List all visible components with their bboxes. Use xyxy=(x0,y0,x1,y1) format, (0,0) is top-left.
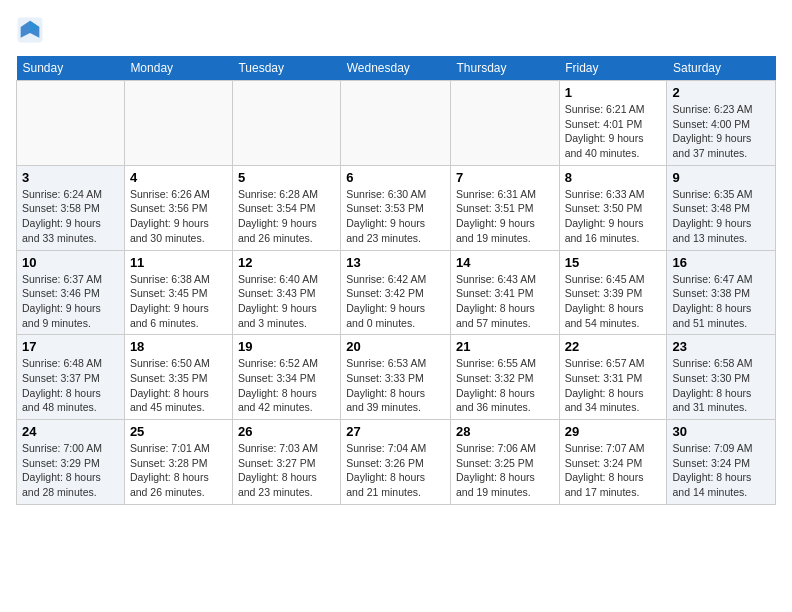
calendar-cell: 7Sunrise: 6:31 AM Sunset: 3:51 PM Daylig… xyxy=(450,165,559,250)
calendar-cell xyxy=(341,81,451,166)
day-info: Sunrise: 6:26 AM Sunset: 3:56 PM Dayligh… xyxy=(130,187,227,246)
day-info: Sunrise: 7:07 AM Sunset: 3:24 PM Dayligh… xyxy=(565,441,662,500)
calendar-cell: 3Sunrise: 6:24 AM Sunset: 3:58 PM Daylig… xyxy=(17,165,125,250)
day-number: 25 xyxy=(130,424,227,439)
calendar-cell: 10Sunrise: 6:37 AM Sunset: 3:46 PM Dayli… xyxy=(17,250,125,335)
page-header xyxy=(16,16,776,44)
logo-icon xyxy=(16,16,44,44)
weekday-header: Thursday xyxy=(450,56,559,81)
day-info: Sunrise: 6:58 AM Sunset: 3:30 PM Dayligh… xyxy=(672,356,770,415)
day-number: 3 xyxy=(22,170,119,185)
day-info: Sunrise: 6:28 AM Sunset: 3:54 PM Dayligh… xyxy=(238,187,335,246)
calendar-cell: 9Sunrise: 6:35 AM Sunset: 3:48 PM Daylig… xyxy=(667,165,776,250)
calendar-cell: 21Sunrise: 6:55 AM Sunset: 3:32 PM Dayli… xyxy=(450,335,559,420)
day-info: Sunrise: 6:40 AM Sunset: 3:43 PM Dayligh… xyxy=(238,272,335,331)
calendar-cell: 26Sunrise: 7:03 AM Sunset: 3:27 PM Dayli… xyxy=(232,420,340,505)
calendar-cell xyxy=(232,81,340,166)
day-info: Sunrise: 6:57 AM Sunset: 3:31 PM Dayligh… xyxy=(565,356,662,415)
calendar-cell: 12Sunrise: 6:40 AM Sunset: 3:43 PM Dayli… xyxy=(232,250,340,335)
calendar-cell: 25Sunrise: 7:01 AM Sunset: 3:28 PM Dayli… xyxy=(124,420,232,505)
calendar-table: SundayMondayTuesdayWednesdayThursdayFrid… xyxy=(16,56,776,505)
day-info: Sunrise: 6:21 AM Sunset: 4:01 PM Dayligh… xyxy=(565,102,662,161)
day-info: Sunrise: 6:50 AM Sunset: 3:35 PM Dayligh… xyxy=(130,356,227,415)
calendar-week-row: 24Sunrise: 7:00 AM Sunset: 3:29 PM Dayli… xyxy=(17,420,776,505)
calendar-cell: 6Sunrise: 6:30 AM Sunset: 3:53 PM Daylig… xyxy=(341,165,451,250)
day-info: Sunrise: 6:37 AM Sunset: 3:46 PM Dayligh… xyxy=(22,272,119,331)
day-info: Sunrise: 7:01 AM Sunset: 3:28 PM Dayligh… xyxy=(130,441,227,500)
calendar-cell: 11Sunrise: 6:38 AM Sunset: 3:45 PM Dayli… xyxy=(124,250,232,335)
day-number: 6 xyxy=(346,170,445,185)
calendar-cell: 29Sunrise: 7:07 AM Sunset: 3:24 PM Dayli… xyxy=(559,420,667,505)
calendar-cell: 17Sunrise: 6:48 AM Sunset: 3:37 PM Dayli… xyxy=(17,335,125,420)
day-info: Sunrise: 6:52 AM Sunset: 3:34 PM Dayligh… xyxy=(238,356,335,415)
day-info: Sunrise: 6:42 AM Sunset: 3:42 PM Dayligh… xyxy=(346,272,445,331)
day-info: Sunrise: 6:45 AM Sunset: 3:39 PM Dayligh… xyxy=(565,272,662,331)
day-info: Sunrise: 6:30 AM Sunset: 3:53 PM Dayligh… xyxy=(346,187,445,246)
day-number: 19 xyxy=(238,339,335,354)
day-info: Sunrise: 6:55 AM Sunset: 3:32 PM Dayligh… xyxy=(456,356,554,415)
calendar-cell xyxy=(17,81,125,166)
weekday-header: Monday xyxy=(124,56,232,81)
calendar-header-row: SundayMondayTuesdayWednesdayThursdayFrid… xyxy=(17,56,776,81)
day-number: 14 xyxy=(456,255,554,270)
calendar-cell: 16Sunrise: 6:47 AM Sunset: 3:38 PM Dayli… xyxy=(667,250,776,335)
day-number: 21 xyxy=(456,339,554,354)
day-number: 27 xyxy=(346,424,445,439)
weekday-header: Saturday xyxy=(667,56,776,81)
calendar-cell: 15Sunrise: 6:45 AM Sunset: 3:39 PM Dayli… xyxy=(559,250,667,335)
day-number: 9 xyxy=(672,170,770,185)
calendar-week-row: 3Sunrise: 6:24 AM Sunset: 3:58 PM Daylig… xyxy=(17,165,776,250)
day-number: 16 xyxy=(672,255,770,270)
calendar-cell: 22Sunrise: 6:57 AM Sunset: 3:31 PM Dayli… xyxy=(559,335,667,420)
day-info: Sunrise: 6:23 AM Sunset: 4:00 PM Dayligh… xyxy=(672,102,770,161)
day-number: 7 xyxy=(456,170,554,185)
calendar-week-row: 10Sunrise: 6:37 AM Sunset: 3:46 PM Dayli… xyxy=(17,250,776,335)
calendar-cell: 19Sunrise: 6:52 AM Sunset: 3:34 PM Dayli… xyxy=(232,335,340,420)
day-info: Sunrise: 6:47 AM Sunset: 3:38 PM Dayligh… xyxy=(672,272,770,331)
calendar-cell: 23Sunrise: 6:58 AM Sunset: 3:30 PM Dayli… xyxy=(667,335,776,420)
calendar-cell: 5Sunrise: 6:28 AM Sunset: 3:54 PM Daylig… xyxy=(232,165,340,250)
day-info: Sunrise: 6:43 AM Sunset: 3:41 PM Dayligh… xyxy=(456,272,554,331)
day-info: Sunrise: 6:38 AM Sunset: 3:45 PM Dayligh… xyxy=(130,272,227,331)
day-number: 24 xyxy=(22,424,119,439)
calendar-body: 1Sunrise: 6:21 AM Sunset: 4:01 PM Daylig… xyxy=(17,81,776,505)
day-number: 13 xyxy=(346,255,445,270)
calendar-cell: 20Sunrise: 6:53 AM Sunset: 3:33 PM Dayli… xyxy=(341,335,451,420)
weekday-header: Tuesday xyxy=(232,56,340,81)
day-number: 2 xyxy=(672,85,770,100)
day-info: Sunrise: 6:31 AM Sunset: 3:51 PM Dayligh… xyxy=(456,187,554,246)
day-info: Sunrise: 7:00 AM Sunset: 3:29 PM Dayligh… xyxy=(22,441,119,500)
weekday-header: Sunday xyxy=(17,56,125,81)
day-info: Sunrise: 6:35 AM Sunset: 3:48 PM Dayligh… xyxy=(672,187,770,246)
day-number: 30 xyxy=(672,424,770,439)
day-number: 22 xyxy=(565,339,662,354)
calendar-cell: 30Sunrise: 7:09 AM Sunset: 3:24 PM Dayli… xyxy=(667,420,776,505)
calendar-cell: 8Sunrise: 6:33 AM Sunset: 3:50 PM Daylig… xyxy=(559,165,667,250)
day-number: 11 xyxy=(130,255,227,270)
day-number: 26 xyxy=(238,424,335,439)
logo xyxy=(16,16,48,44)
day-number: 12 xyxy=(238,255,335,270)
day-number: 18 xyxy=(130,339,227,354)
calendar-cell: 24Sunrise: 7:00 AM Sunset: 3:29 PM Dayli… xyxy=(17,420,125,505)
calendar-cell xyxy=(450,81,559,166)
day-number: 8 xyxy=(565,170,662,185)
day-info: Sunrise: 6:53 AM Sunset: 3:33 PM Dayligh… xyxy=(346,356,445,415)
day-number: 20 xyxy=(346,339,445,354)
calendar-cell xyxy=(124,81,232,166)
calendar-cell: 18Sunrise: 6:50 AM Sunset: 3:35 PM Dayli… xyxy=(124,335,232,420)
day-info: Sunrise: 6:48 AM Sunset: 3:37 PM Dayligh… xyxy=(22,356,119,415)
day-number: 29 xyxy=(565,424,662,439)
calendar-cell: 14Sunrise: 6:43 AM Sunset: 3:41 PM Dayli… xyxy=(450,250,559,335)
weekday-header: Wednesday xyxy=(341,56,451,81)
calendar-cell: 1Sunrise: 6:21 AM Sunset: 4:01 PM Daylig… xyxy=(559,81,667,166)
calendar-cell: 4Sunrise: 6:26 AM Sunset: 3:56 PM Daylig… xyxy=(124,165,232,250)
day-info: Sunrise: 7:06 AM Sunset: 3:25 PM Dayligh… xyxy=(456,441,554,500)
day-number: 28 xyxy=(456,424,554,439)
calendar-cell: 27Sunrise: 7:04 AM Sunset: 3:26 PM Dayli… xyxy=(341,420,451,505)
day-number: 4 xyxy=(130,170,227,185)
day-info: Sunrise: 6:24 AM Sunset: 3:58 PM Dayligh… xyxy=(22,187,119,246)
calendar-week-row: 17Sunrise: 6:48 AM Sunset: 3:37 PM Dayli… xyxy=(17,335,776,420)
day-info: Sunrise: 6:33 AM Sunset: 3:50 PM Dayligh… xyxy=(565,187,662,246)
calendar-cell: 13Sunrise: 6:42 AM Sunset: 3:42 PM Dayli… xyxy=(341,250,451,335)
